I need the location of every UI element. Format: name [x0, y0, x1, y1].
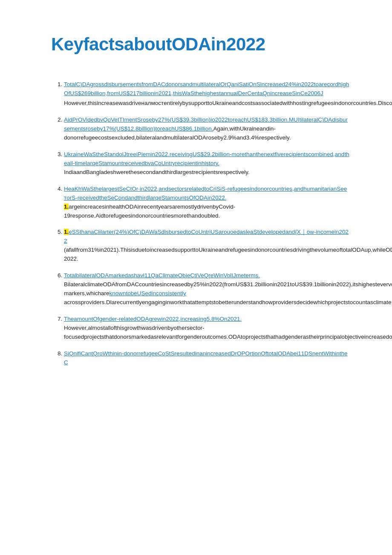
- item-5-highlight-start: 1.: [64, 229, 69, 235]
- item-6-text2: acrossproviders.Dlarecurrentlyengagingin…: [64, 299, 392, 305]
- item-6-link1[interactable]: TotalbilateralODAmarkedashavi11QaClimate…: [64, 272, 260, 279]
- list-item: 1.eSSthanaClilarter(24%)OfC)DAWaSdisburs…: [64, 228, 349, 264]
- list-item: HeaKhWaSthelargestSeCtOr·in2022,andsecto…: [64, 185, 349, 221]
- list-item: TheamountOfgender-relatedODAgrewin2022,i…: [64, 315, 349, 342]
- item-1-link[interactable]: TotalC)DAgrossdisbursementsfromDACdonors…: [64, 81, 349, 96]
- item-3-text: IndiaandBangladeshwerethesecondandthirdl…: [64, 169, 250, 175]
- page-title: KeyfactsaboutODAin2022: [51, 34, 349, 55]
- list-item: AidPrOVidedbvQoVeITImentSroseby27%(US$39…: [64, 116, 349, 142]
- item-6-link2[interactable]: knowntobeUSedinconsistently: [110, 290, 186, 296]
- item-7-text: However,almostallofthisgrowthwasdrivenby…: [64, 325, 392, 340]
- item-2-link[interactable]: AidPrOVidedbvQoVeITImentSroseby27%(US$39…: [64, 116, 348, 132]
- item-4-link[interactable]: HeaKhWaSthelargestSeCtOr·in2022,andsecto…: [64, 186, 347, 201]
- item-5-link[interactable]: eSSthanaClilarter(24%)OfC)DAWaSdisbursed…: [64, 229, 349, 244]
- list-item: TotalbilateralODAmarkedashavi11QaClimate…: [64, 271, 349, 307]
- list-item: SiQnifiCantQroWthinin-donorrefugeeCoStSr…: [64, 349, 349, 367]
- key-facts-list: TotalC)DAgrossdisbursementsfromDACdonors…: [51, 80, 349, 367]
- item-7-link[interactable]: TheamountOfgender-relatedODAgrewin2022,i…: [64, 316, 242, 322]
- item-4-text: argeincreасesinhealthODAinrecentyearsare…: [64, 203, 235, 219]
- item-1-text: However,thisincreasewasdriveналмостentir…: [64, 100, 392, 106]
- item-4-highlight: 1.: [64, 203, 69, 210]
- item-3-link[interactable]: UkraineWaStheStandolJtreeiPiemin2022.rec…: [64, 151, 349, 166]
- list-item: UkraineWaStheStandolJtreeiPiemin2022.rec…: [64, 150, 349, 177]
- item-5-text1: (afallfrom31%in2021).Thisisduetoincrease…: [64, 247, 392, 253]
- item-8-link[interactable]: SiQnifiCantQroWthinin-donorrefugeeCoStSr…: [64, 350, 348, 366]
- list-item: TotalC)DAgrossdisbursementsfromDACdonors…: [64, 80, 349, 108]
